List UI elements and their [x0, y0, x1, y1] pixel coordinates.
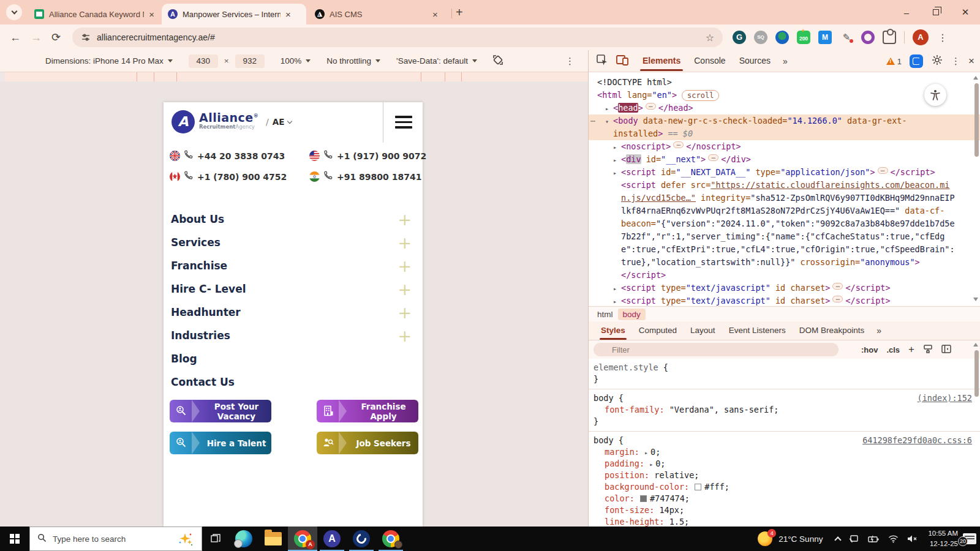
tab-layout[interactable]: Layout — [690, 321, 715, 340]
elements-tree[interactable]: <!DOCTYPE html><html lang="en">scroll▸<h… — [589, 73, 980, 306]
tab-styles[interactable]: Styles — [601, 321, 625, 340]
taskbar-search[interactable] — [29, 527, 202, 551]
job-seekers-button[interactable]: Job Seekers — [317, 432, 418, 454]
close-icon[interactable]: × — [149, 10, 154, 19]
breadcrumb-body[interactable]: body — [618, 309, 646, 320]
more-tabs-icon[interactable]: » — [783, 56, 788, 66]
taskbar-app-chrome-profile[interactable] — [376, 527, 405, 551]
phone-link-us[interactable]: +1 (917) 900 9072 — [309, 150, 426, 162]
cast-screen-icon[interactable] — [849, 534, 859, 544]
taskbar-search-input[interactable] — [53, 534, 163, 544]
plus-icon[interactable]: + — [398, 258, 412, 274]
taskbar-app-ring[interactable] — [347, 527, 376, 551]
styles-rules[interactable]: element.style {}body {(index):152font-fa… — [589, 359, 980, 527]
menu-item-blog[interactable]: Blog — [171, 347, 415, 370]
menu-item-headhunter[interactable]: Headhunter+ — [171, 301, 415, 324]
address-bar[interactable]: alliancerecruitmentagency.ae/# ☆ — [72, 28, 723, 47]
inspect-element-icon[interactable] — [596, 54, 608, 69]
grammarly-extension-icon[interactable]: G — [733, 31, 746, 44]
plus-icon[interactable]: + — [398, 211, 412, 228]
taskbar-app-alliance[interactable]: A — [317, 527, 347, 551]
plus-icon[interactable]: + — [398, 234, 412, 251]
profile-avatar[interactable]: A — [913, 29, 929, 45]
tab-event-listeners[interactable]: Event Listeners — [729, 321, 786, 340]
ai-assistance-icon[interactable] — [910, 54, 923, 68]
tab-sources[interactable]: Sources — [739, 50, 771, 72]
viewport-width-input[interactable] — [189, 54, 218, 68]
taskbar-app-edge[interactable] — [229, 527, 258, 551]
scroll-up-arrow[interactable] — [973, 76, 978, 80]
rotate-device-icon[interactable] — [492, 54, 504, 68]
rendering-emulation-icon[interactable] — [923, 345, 933, 355]
more-sidebar-tabs-icon[interactable]: » — [876, 326, 881, 335]
menu-item-about-us[interactable]: About Us+ — [171, 208, 415, 231]
sq-extension-icon[interactable]: SQ — [754, 31, 767, 44]
m-extension-icon[interactable]: M — [818, 31, 832, 44]
close-icon[interactable]: × — [285, 10, 291, 19]
extensions-puzzle-icon[interactable] — [883, 31, 896, 44]
globe-extension-icon[interactable] — [775, 31, 789, 44]
start-button[interactable] — [0, 527, 29, 551]
taskbar-app-explorer[interactable] — [258, 527, 288, 551]
device-toolbar-toggle-icon[interactable] — [616, 54, 629, 69]
devtools-close-icon[interactable]: × — [968, 55, 974, 67]
menu-item-contact-us[interactable]: Contact Us — [171, 370, 415, 394]
viewport-height-input[interactable] — [235, 54, 265, 68]
device-select[interactable]: Dimensions: iPhone 14 Pro Max — [45, 56, 173, 66]
sidebar-panel-toggle-icon[interactable] — [941, 345, 951, 355]
post-your-vacancy-button[interactable]: Post Your Vacancy — [170, 400, 271, 422]
hire-a-talent-button[interactable]: Hire a Talent — [170, 432, 271, 454]
tab-computed[interactable]: Computed — [639, 321, 677, 340]
scroll-up-arrow[interactable] — [973, 343, 978, 347]
pagespeed-extension-icon[interactable]: 200 — [797, 31, 810, 44]
bookmark-star-icon[interactable]: ☆ — [706, 32, 714, 43]
styles-scrollbar[interactable] — [974, 350, 979, 397]
save-data-select[interactable]: 'Save-Data': default — [396, 56, 477, 66]
pen-extension-icon[interactable]: ✎ — [840, 31, 853, 44]
styles-filter-input[interactable] — [594, 343, 839, 356]
plus-icon[interactable]: + — [398, 304, 412, 321]
menu-item-industries[interactable]: Industries+ — [171, 324, 415, 347]
accessibility-overlay-button[interactable] — [924, 84, 946, 106]
new-style-rule-button[interactable]: + — [908, 343, 914, 356]
plus-icon[interactable]: + — [398, 281, 412, 298]
menu-item-franchise[interactable]: Franchise+ — [171, 254, 415, 277]
tab-console[interactable]: Console — [694, 50, 725, 72]
elements-scrollbar[interactable] — [974, 83, 979, 157]
site-logo[interactable]: A Alliance® RecruitmentAgency — [172, 110, 258, 133]
taskbar-app-chrome-active[interactable]: A — [288, 527, 317, 551]
menu-item-services[interactable]: Services+ — [171, 231, 415, 254]
tab-manpower-services[interactable]: A Manpower Services – Internatio × — [162, 4, 306, 24]
issues-counter[interactable]: 1 — [886, 57, 902, 66]
hamburger-menu-button[interactable] — [395, 116, 412, 132]
menu-item-hire-c-level[interactable]: Hire C- Level+ — [171, 277, 415, 301]
close-window-button[interactable]: ✕ — [951, 0, 980, 24]
site-info-icon[interactable] — [81, 32, 91, 42]
breadcrumb-html[interactable]: html — [597, 310, 613, 319]
zoom-select[interactable]: 100% — [281, 56, 311, 66]
show-hidden-icons-button[interactable] — [835, 535, 840, 542]
tab-ais-cms[interactable]: ◮ AIS CMS × — [309, 4, 448, 24]
device-toolbar-menu-icon[interactable]: ⋮ — [565, 56, 575, 67]
throttling-select[interactable]: No throttling — [326, 56, 380, 66]
restore-button[interactable] — [921, 0, 951, 24]
browser-menu-icon[interactable]: ⋮ — [938, 32, 948, 43]
url-text[interactable]: alliancerecruitmentagency.ae/# — [97, 32, 706, 42]
reload-button[interactable]: ⟳ — [51, 31, 61, 44]
minimize-button[interactable]: – — [892, 0, 921, 24]
franchise-apply-button[interactable]: Franchise Apply — [317, 400, 418, 422]
back-button[interactable]: ← — [10, 31, 21, 44]
notification-center-icon[interactable]: 20 — [963, 533, 976, 544]
tab-alliance-canada[interactable]: Alliance Canada Keyword Mapp × — [28, 4, 160, 24]
plus-icon[interactable]: + — [398, 328, 412, 344]
locale-selector[interactable]: / AE — [266, 117, 292, 127]
toggle-hover-button[interactable]: :hov — [861, 345, 878, 354]
tab-elements[interactable]: Elements — [643, 50, 680, 72]
phone-link-ca[interactable]: +1 (780) 900 4752 — [170, 171, 287, 182]
tab-dom-breakpoints[interactable]: DOM Breakpoints — [799, 321, 865, 340]
forward-button[interactable]: → — [31, 31, 42, 44]
phone-link-in[interactable]: +91 89800 18741 — [309, 171, 421, 182]
battery-icon[interactable] — [868, 535, 880, 543]
new-tab-button[interactable]: + — [456, 6, 463, 20]
weather-widget[interactable]: 4 21°C Sunny — [758, 531, 823, 546]
